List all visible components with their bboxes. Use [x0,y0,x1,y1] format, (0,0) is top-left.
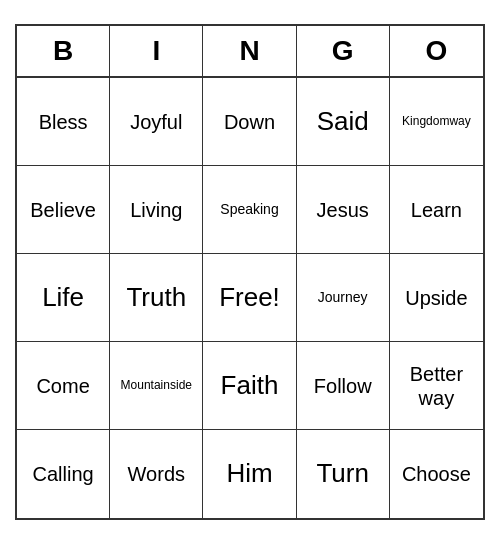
bingo-cell-14: Upside [390,254,483,342]
bingo-grid: BlessJoyfulDownSaidKingdomwayBelieveLivi… [17,78,483,518]
bingo-cell-7: Speaking [203,166,296,254]
bingo-cell-13: Journey [297,254,390,342]
bingo-cell-12: Free! [203,254,296,342]
bingo-cell-10: Life [17,254,110,342]
header-letter: I [110,26,203,76]
bingo-cell-8: Jesus [297,166,390,254]
bingo-cell-20: Calling [17,430,110,518]
header-letter: O [390,26,483,76]
bingo-cell-6: Living [110,166,203,254]
bingo-cell-15: Come [17,342,110,430]
bingo-cell-21: Words [110,430,203,518]
bingo-cell-18: Follow [297,342,390,430]
header-letter: N [203,26,296,76]
bingo-cell-9: Learn [390,166,483,254]
bingo-cell-22: Him [203,430,296,518]
bingo-cell-17: Faith [203,342,296,430]
bingo-cell-11: Truth [110,254,203,342]
bingo-cell-3: Said [297,78,390,166]
bingo-cell-5: Believe [17,166,110,254]
bingo-cell-2: Down [203,78,296,166]
bingo-card: BINGO BlessJoyfulDownSaidKingdomwayBelie… [15,24,485,520]
bingo-cell-16: Mountainside [110,342,203,430]
bingo-cell-1: Joyful [110,78,203,166]
header-letter: B [17,26,110,76]
bingo-cell-4: Kingdomway [390,78,483,166]
bingo-cell-19: Better way [390,342,483,430]
bingo-cell-24: Choose [390,430,483,518]
bingo-cell-0: Bless [17,78,110,166]
header-letter: G [297,26,390,76]
bingo-cell-23: Turn [297,430,390,518]
bingo-header: BINGO [17,26,483,78]
